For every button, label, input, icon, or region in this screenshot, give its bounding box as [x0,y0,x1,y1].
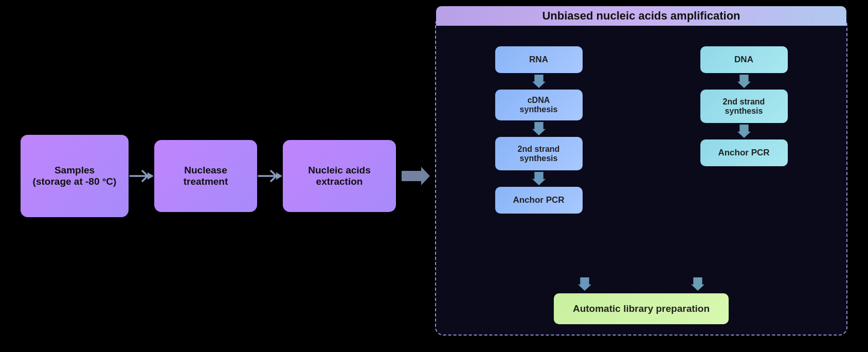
library-prep-label: Automatic library preparation [573,303,710,314]
right-bottom-arrow [688,277,708,291]
svg-marker-5 [532,172,546,185]
rna-arrow-3 [529,171,549,186]
dna-arrow-1 [734,74,754,89]
arrow-to-panel [400,166,431,186]
cdna-synthesis-box: cDNA synthesis [495,90,583,120]
rna-anchor-pcr-box: Anchor PCR [495,187,583,214]
svg-marker-4 [532,122,546,135]
dna-arrow-2 [734,124,754,138]
nuclease-label: Nuclease treatment [184,165,228,187]
dna-anchor-pcr-label: Anchor PCR [718,148,769,158]
left-bottom-arrow [574,277,595,291]
dna-box: DNA [700,46,788,73]
library-prep-box: Automatic library preparation [554,293,729,324]
svg-marker-0 [148,172,154,180]
nuclease-box: Nuclease treatment [154,140,257,212]
dna-2nd-strand-box: 2nd strand synthesis [700,90,788,123]
rna-box: RNA [495,46,583,73]
svg-marker-2 [402,167,430,185]
extraction-label: Nucleic acids extraction [308,165,370,187]
svg-marker-7 [737,125,751,138]
dna-2nd-strand-label: 2nd strand synthesis [723,97,765,116]
shared-bottom: Automatic library preparation [554,276,729,324]
svg-marker-9 [691,277,704,291]
dna-label: DNA [734,55,753,65]
rna-arrow-2 [529,121,549,136]
dna-anchor-pcr-box: Anchor PCR [700,139,788,166]
svg-marker-3 [532,75,546,88]
cdna-label: cDNA synthesis [520,96,558,114]
rna-2nd-strand-box: 2nd strand synthesis [495,137,583,170]
svg-marker-6 [737,75,751,88]
samples-label: Samples (storage at -80 °C) [33,165,117,187]
svg-marker-8 [578,277,591,291]
left-flow: Samples (storage at -80 °C) Nuclease tre… [21,135,435,217]
rna-anchor-pcr-label: Anchor PCR [513,195,564,205]
panel-inner: RNA cDNA synthesis 2nd strand synt [436,17,846,335]
arrow-2 [257,168,283,184]
rna-2nd-strand-label: 2nd strand synthesis [518,145,560,163]
extraction-box: Nucleic acids extraction [283,140,396,212]
amplification-panel: Unbiased nucleic acids amplification RNA… [435,16,847,336]
arrow-1 [129,168,154,184]
svg-marker-1 [276,172,282,180]
samples-box: Samples (storage at -80 °C) [21,135,129,217]
rna-arrow-1 [529,74,549,89]
workflow-diagram: Samples (storage at -80 °C) Nuclease tre… [0,0,868,352]
rna-label: RNA [529,55,548,65]
